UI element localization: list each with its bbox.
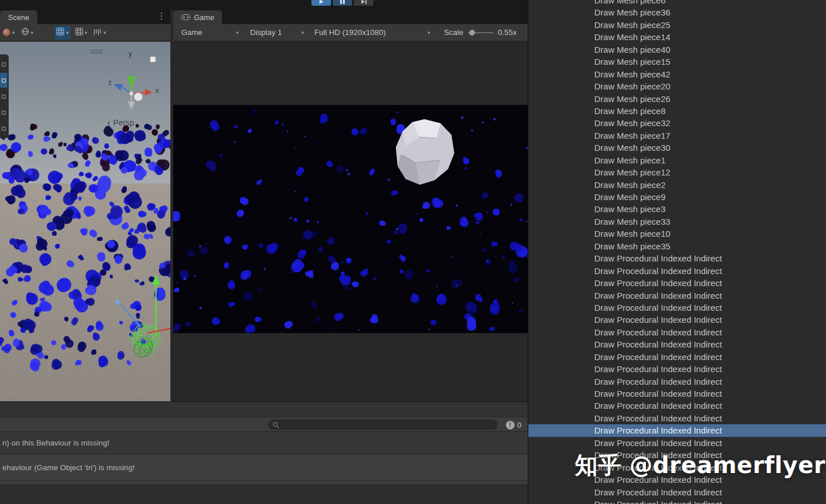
camera-icon [3,29,10,36]
frame-debugger-event[interactable]: Draw Procedural Indexed Indirect [528,326,826,338]
gamepad-icon [181,13,190,22]
frame-debugger-event[interactable]: Draw Mesh piece32 [528,117,826,129]
frame-debugger-event[interactable]: Draw Procedural Indexed Indirect [528,437,826,449]
game-view-dropdown[interactable]: Game ▾ [178,24,242,41]
scene-tool-snap-grid[interactable]: ▾ [73,26,89,40]
persp-toggle[interactable]: ‹ Persp [107,118,134,127]
chevron-down-icon: ▾ [427,30,430,36]
frame-debugger-event[interactable]: Draw Mesh piece17 [528,130,826,142]
overlay-drag-handle[interactable] [90,49,103,54]
persp-label: Persp [113,118,134,127]
orientation-gizmo[interactable]: y x z ‹ Persp [105,49,167,130]
frame-debugger-event[interactable]: Draw Procedural Indexed Indirect [528,314,826,326]
console-search[interactable] [268,420,497,429]
frame-debugger-event[interactable]: Draw Mesh piece26 [528,93,826,105]
frame-debugger-event[interactable]: Draw Mesh piece10 [528,228,826,240]
search-input[interactable] [282,421,492,429]
frame-debugger-event[interactable]: Draw Mesh piece14 [528,31,826,43]
frame-debugger-event[interactable]: Draw Procedural Indexed Indirect [528,486,826,498]
tab-game[interactable]: Game [173,10,222,24]
resolution-dropdown[interactable]: Full HD (1920x1080) ▾ [311,24,434,41]
scene-tool-camera[interactable]: ▾ [1,26,17,40]
frame-debugger-event[interactable]: Draw Mesh piece33 [528,216,826,228]
frame-debugger-event[interactable]: Draw Mesh piece12 [528,166,826,178]
frame-debugger-event[interactable]: Draw Procedural Indexed Indirect [528,424,826,436]
game-panel: Game Game ▾ Display 1 ▾ Full HD (1920x10… [173,9,528,401]
editor-top-bar [0,0,528,9]
axis-y-label[interactable]: y [128,50,132,58]
scene-toolbar: ▾ ▾ ▾ ▾ [0,24,170,41]
gizmo-chevron-icon: ‹ [107,118,110,127]
chevron-down-icon: ▾ [31,30,34,36]
frame-debugger-event[interactable]: Draw Mesh piece30 [528,142,826,154]
badge-count: 0 [517,421,521,429]
tab-game-label: Game [194,13,214,22]
chevron-down-icon: ▾ [66,30,69,36]
frame-debugger-event[interactable]: Draw Procedural Indexed Indirect [528,388,826,400]
frame-debugger-event[interactable]: Draw Mesh piece20 [528,80,826,92]
frame-debugger-panel: Draw Mesh piece6Draw Mesh piece36Draw Me… [528,0,826,504]
game-viewport[interactable] [173,42,528,401]
frame-debugger-event[interactable]: Draw Mesh piece42 [528,68,826,80]
console-message[interactable]: ehaviour (Game Object 'tri') is missing! [0,455,528,481]
frame-debugger-event[interactable]: Draw Mesh piece15 [528,56,826,68]
frame-debugger-event[interactable]: Draw Procedural Indexed Indirect [528,338,826,350]
pause-button[interactable] [333,0,352,6]
frame-debugger-event[interactable]: Draw Mesh piece2 [528,179,826,191]
step-button[interactable] [354,0,373,6]
frame-debugger-event[interactable]: Draw Procedural Indexed Indirect [528,400,826,412]
scene-tool-skybox[interactable]: ▾ [20,26,36,40]
frame-debugger-event[interactable]: Draw Mesh piece6 [528,0,826,6]
console-message[interactable]: n) on this Behaviour is missing! [0,432,528,455]
axis-x-label[interactable]: x [155,87,159,95]
hand-tool-button[interactable] [0,57,7,72]
frame-debugger-event[interactable]: Draw Procedural Indexed Indirect [528,351,826,363]
frame-debugger-event[interactable]: Draw Mesh piece36 [528,6,826,18]
console-warning-badge[interactable]: ! 0 [502,419,525,431]
display-dropdown[interactable]: Display 1 ▾ [247,24,307,41]
chevron-down-icon: ▾ [85,30,88,36]
frame-debugger-event[interactable]: Draw Procedural Indexed Indirect [528,265,826,277]
frame-debugger-event[interactable]: Draw Procedural Indexed Indirect [528,498,826,504]
frame-debugger-event[interactable]: Draw Mesh piece1 [528,154,826,166]
play-button[interactable] [311,0,331,6]
frame-debugger-event[interactable]: Draw Mesh piece35 [528,240,826,252]
scale-slider[interactable] [468,29,493,37]
move-tool-button[interactable] [0,73,7,88]
console-header-strip [0,402,528,417]
frame-debugger-event[interactable]: Draw Procedural Indexed Indirect [528,290,826,302]
rotate-tool-button[interactable] [0,89,7,104]
scene-panel: Scene ⋮ ▾ ▾ ▾ [0,9,170,401]
frame-debugger-event[interactable]: Draw Mesh piece9 [528,191,826,203]
console-message-list: n) on this Behaviour is missing!ehaviour… [0,432,528,484]
kebab-menu-icon[interactable]: ⋮ [157,11,166,21]
hand-icon [2,62,6,67]
scene-tool-snap-increment[interactable]: ▾ [92,26,108,40]
chevron-down-icon: ▾ [301,30,304,36]
frame-debugger-event[interactable]: Draw Mesh piece8 [528,105,826,117]
frame-debugger-event[interactable]: Draw Procedural Indexed Indirect [528,363,826,375]
scene-viewport[interactable]: y x z ‹ Persp [0,42,170,401]
tab-scene[interactable]: Scene [0,10,37,24]
frame-debugger-event[interactable]: Draw Procedural Indexed Indirect [528,252,826,264]
rotate-icon [2,95,6,99]
frame-debugger-event[interactable]: Draw Procedural Indexed Indirect [528,412,826,424]
move-icon [2,79,6,83]
warning-count-icon: ! [506,421,515,429]
frame-debugger-event[interactable]: Draw Procedural Indexed Indirect [528,376,826,388]
scene-tool-grid[interactable]: ▾ [54,26,71,40]
grid-icon [75,28,83,38]
play-icon [320,0,324,4]
frame-debugger-event[interactable]: Draw Mesh piece25 [528,19,826,31]
rect-tool-button[interactable] [0,105,7,120]
frame-debugger-event[interactable]: Draw Procedural Indexed Indirect [528,277,826,289]
pause-icon [340,0,345,4]
globe-icon [21,28,29,38]
transform-tool-button[interactable] [0,121,7,136]
frame-debugger-event[interactable]: Draw Procedural Indexed Indirect [528,302,826,314]
scale-slider-knob[interactable] [469,30,475,36]
frame-debugger-event[interactable]: Draw Mesh piece3 [528,203,826,215]
game-tab-bar: Game [173,9,528,24]
frame-debugger-event[interactable]: Draw Mesh piece40 [528,44,826,56]
axis-z-label[interactable]: z [108,79,112,87]
